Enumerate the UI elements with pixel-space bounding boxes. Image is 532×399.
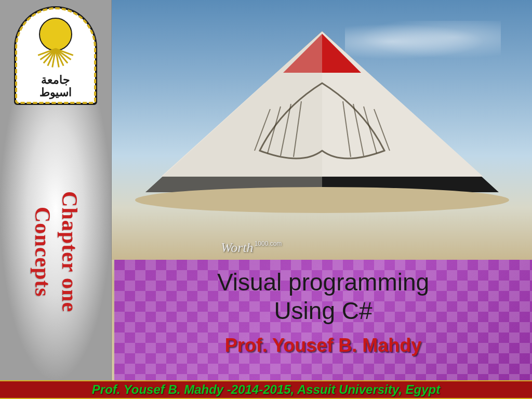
svg-point-12 <box>135 187 509 213</box>
watermark-site: 1000.com <box>255 240 282 247</box>
pyramid-icon <box>125 16 520 234</box>
logo-text-bottom: اسيوط <box>16 86 95 99</box>
logo-arabic-text: جامعة اسيوط <box>16 74 95 99</box>
university-logo: جامعة اسيوط <box>14 6 97 105</box>
svg-marker-3 <box>145 31 322 192</box>
author-name: Prof. Yousef B. Mahdy <box>114 335 532 356</box>
watermark-brand: Worth <box>221 240 254 255</box>
footer-bar: Prof. Yousef B. Mahdy -2014-2015, Assuit… <box>0 380 532 399</box>
title-panel: Visual programming Using C# Prof. Yousef… <box>114 260 532 380</box>
title-line-1: Visual programming <box>114 268 532 297</box>
image-watermark: Worth1000.com <box>221 240 282 256</box>
chapter-label-container: Chapter oneConcepts <box>0 127 112 377</box>
chapter-label: Chapter oneConcepts <box>29 191 83 312</box>
hero-image: Worth1000.com <box>112 0 532 260</box>
slide-title: Visual programming Using C# <box>114 268 532 325</box>
title-line-2: Using C# <box>114 297 532 325</box>
footer-text: Prof. Yousef B. Mahdy -2014-2015, Assuit… <box>92 382 440 397</box>
sidebar-panel: جامعة اسيوط Chapter oneConcepts <box>0 0 112 380</box>
sun-icon <box>39 18 72 51</box>
logo-text-top: جامعة <box>16 74 95 86</box>
slide: جامعة اسيوط Chapter oneConcepts <box>0 0 532 399</box>
